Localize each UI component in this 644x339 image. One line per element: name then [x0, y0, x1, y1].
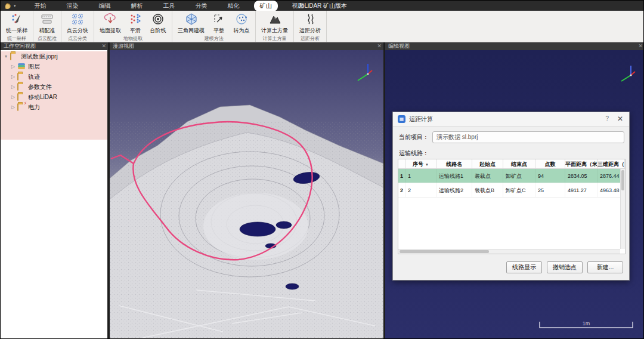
tree-item-power[interactable]: ▷ ⚡ 电力	[1, 102, 107, 112]
ribbon-group-label: 点云分类	[64, 35, 91, 43]
roam-panel-title: 漫游视图	[113, 43, 134, 49]
dialog-help-icon[interactable]: ?	[605, 115, 609, 122]
uniform-sampling-button[interactable]: 统一采样	[3, 11, 30, 35]
menu-tab-classify[interactable]: 分类	[190, 1, 213, 11]
scale-bar-line	[538, 320, 634, 329]
edit-3d-viewport[interactable]: 1m ▦ 运距计算 ? ✕ 当前项目： 运输线路： 序号▼	[385, 50, 644, 339]
dialog-button-row: 线路显示 撤销选点 新建...	[506, 261, 623, 273]
ribbon-group-label: 建模方法	[175, 35, 253, 43]
collapse-arrow-icon[interactable]: ▷	[10, 104, 16, 110]
flatten-button[interactable]: 平整	[208, 11, 230, 35]
tree-root-project[interactable]: ▾ 测试数据.joprj	[1, 51, 107, 61]
smooth-icon	[129, 13, 142, 26]
menu-tab-edit[interactable]: 编辑	[93, 1, 117, 11]
dialog-title: 运距计算	[409, 115, 433, 124]
ribbon-empty-area	[327, 11, 644, 42]
ribbon-group-sampling: 统一采样 统一采样	[1, 11, 33, 42]
menu-tab-mine[interactable]: 矿山	[254, 1, 278, 11]
ribbon-group-haul: 运距分析 运距分析	[294, 11, 327, 42]
collapse-arrow-icon[interactable]: ▷	[10, 94, 16, 100]
quick-access-caret-icon[interactable]: ▾	[14, 4, 16, 8]
app-logo-icon[interactable]	[4, 2, 13, 10]
table-vertical-scrollbar[interactable]	[620, 169, 625, 249]
mobile-lidar-folder-icon	[17, 94, 26, 100]
trajectory-folder-icon	[17, 73, 26, 80]
ribbon-group-volume: 计算土方量 计算土方量	[256, 11, 294, 42]
dialog-titlebar[interactable]: ▦ 运距计算 ? ✕	[393, 112, 629, 127]
workspace-panel-titlebar: 工作空间视图 ✕	[1, 42, 108, 50]
collapse-arrow-icon[interactable]: ▷	[10, 84, 16, 90]
tree-item-parameter-files[interactable]: ▷ 参数文件	[1, 82, 107, 92]
roam-panel-titlebar: 漫游视图 ✕	[110, 42, 383, 50]
col-header-start-point[interactable]: 起始点	[472, 159, 503, 168]
parameters-folder-icon	[17, 84, 26, 90]
power-folder-icon: ⚡	[17, 104, 26, 110]
roam-3d-viewport[interactable]	[110, 50, 383, 339]
point-cloud-blocks-icon	[71, 13, 84, 26]
table-row[interactable]: 2 2 运输线路2 装载点B 卸矿点C 25 4911.27 4963.48	[398, 183, 625, 198]
layers-icon	[17, 63, 26, 70]
menu-tab-refine[interactable]: 精化	[222, 1, 246, 11]
ribbon-group-blocks: 点云分块 点云分类	[61, 11, 94, 42]
earthwork-volume-button[interactable]: 计算土方量	[258, 11, 291, 35]
col-header-index[interactable]: 序号▼	[405, 159, 436, 168]
tree-item-mobile-lidar[interactable]: ▷ 移动LiDAR	[1, 92, 107, 102]
convert-to-points-button[interactable]: 转为点	[230, 11, 253, 35]
workspace-panel-title: 工作空间视图	[4, 43, 36, 49]
tin-modeling-icon	[185, 13, 198, 26]
convert-to-points-icon	[235, 13, 248, 26]
project-folder-icon	[10, 53, 18, 60]
haul-distance-button[interactable]: 运距分析	[296, 11, 324, 35]
ground-extraction-button[interactable]: 地面提取	[97, 11, 124, 35]
haul-distance-icon	[304, 13, 317, 26]
ground-extraction-icon	[104, 13, 117, 26]
new-route-button[interactable]: 新建...	[587, 261, 623, 273]
menu-tab-render[interactable]: 渲染	[61, 1, 85, 11]
table-row[interactable]: 1 1 运输线路1 装载点 卸矿点 94 2834.05 2876.44	[398, 169, 625, 183]
tree-item-trajectory[interactable]: ▷ 轨迹	[1, 72, 107, 82]
col-header-point-count[interactable]: 点数	[535, 159, 565, 168]
ribbon-toolbar: 统一采样 统一采样 精配准 点云配准	[1, 11, 644, 42]
ribbon-group-label: 计算土方量	[258, 35, 291, 43]
col-header-planar-distance[interactable]: 平面距离（米）	[565, 159, 597, 168]
ribbon-group-label: 统一采样	[3, 35, 30, 43]
workspace-panel-close-icon[interactable]: ✕	[101, 42, 106, 50]
edit-panel-close-icon[interactable]: ✕	[638, 42, 643, 50]
app-window: ▾ 开始 渲染 编辑 解析 工具 分类 精化 矿山 视图 JoLiDAR 矿山版…	[0, 0, 644, 339]
menu-tab-view[interactable]: 视图	[286, 1, 310, 11]
bench-line-icon	[151, 13, 165, 26]
col-header-route-name[interactable]: 线路名	[436, 159, 472, 168]
menu-tab-tools[interactable]: 工具	[157, 1, 181, 11]
sort-indicator-icon: ▼	[425, 163, 429, 167]
menu-tab-analyze[interactable]: 解析	[125, 1, 149, 11]
collapse-arrow-icon[interactable]: ▷	[10, 64, 16, 69]
fine-registration-button[interactable]: 精配准	[36, 11, 58, 35]
table-horizontal-scrollbar[interactable]	[398, 249, 620, 254]
smooth-button[interactable]: 平滑	[124, 11, 147, 35]
dialog-close-icon[interactable]: ✕	[617, 115, 623, 123]
haul-distance-dialog: ▦ 运距计算 ? ✕ 当前项目： 运输线路： 序号▼ 线路名 起始点 结束点 点…	[392, 112, 630, 281]
undo-point-selection-button[interactable]: 撤销选点	[547, 261, 583, 273]
edit-panel-titlebar: 编辑视图 ✕	[385, 42, 644, 50]
expand-arrow-icon[interactable]: ▾	[3, 54, 9, 59]
show-route-button[interactable]: 线路显示	[506, 261, 542, 273]
tin-modeling-button[interactable]: 三角网建模	[175, 11, 208, 35]
ribbon-group-registration: 精配准 点云配准	[33, 11, 61, 42]
table-header-row: 序号▼ 线路名 起始点 结束点 点数 平面距离（米） 三维距离（	[398, 159, 625, 169]
point-cloud-blocks-button[interactable]: 点云分块	[64, 11, 91, 35]
bench-line-button[interactable]: 台阶线	[147, 11, 169, 35]
menu-tab-start[interactable]: 开始	[29, 1, 52, 11]
workspace-tree-panel: ▾ 测试数据.joprj ▷ 图层 ▷ 轨迹 ▷ 参数文件 ▷ 移动LiDAR …	[1, 50, 108, 339]
roam-panel-close-icon[interactable]: ✕	[377, 42, 382, 50]
ribbon-group-label: 运距分析	[296, 35, 324, 43]
col-header-end-point[interactable]: 结束点	[503, 159, 535, 168]
col-header-3d-distance[interactable]: 三维距离（	[597, 159, 625, 168]
current-project-label: 当前项目：	[399, 133, 429, 141]
menu-tabs: 开始 渲染 编辑 解析 工具 分类 精化 矿山 视图	[24, 1, 314, 11]
routes-table[interactable]: 序号▼ 线路名 起始点 结束点 点数 平面距离（米） 三维距离（ 1 1 运输线…	[398, 159, 626, 254]
current-project-row: 当前项目：	[399, 131, 624, 143]
collapse-arrow-icon[interactable]: ▷	[10, 74, 16, 79]
current-project-input[interactable]	[432, 131, 624, 143]
tree-item-layers[interactable]: ▷ 图层	[1, 61, 107, 72]
ribbon-group-label: 地物提取	[97, 35, 169, 43]
